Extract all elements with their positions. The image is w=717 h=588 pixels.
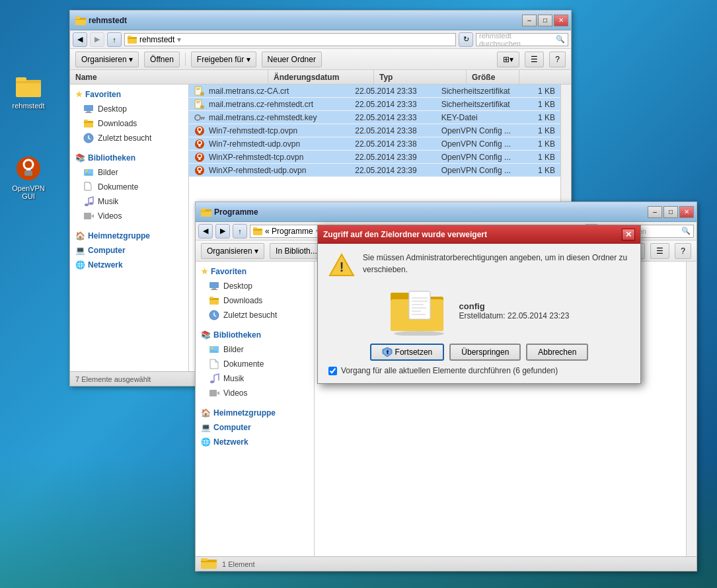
close-button-2[interactable]: ✕ — [679, 206, 694, 218]
sidebar-item-music-2[interactable]: Musik — [196, 371, 314, 386]
svg-point-21 — [85, 170, 88, 172]
help-button-2[interactable]: ? — [675, 243, 691, 259]
sidebar-item-videos-2[interactable]: Videos — [196, 386, 314, 400]
close-button-1[interactable]: ✕ — [554, 15, 568, 26]
up-button-1[interactable]: ↑ — [107, 32, 122, 47]
file-row[interactable]: WinXP-rehmstedt-tcp.ovpn 22.05.2014 23:3… — [189, 151, 560, 164]
sidebar-section-computer-2[interactable]: 💻 Computer — [196, 420, 314, 435]
sidebar-item-recent-1[interactable]: Zuletzt besucht — [70, 131, 188, 145]
music-icon-small — [83, 196, 94, 207]
up-button-2[interactable]: ↑ — [233, 224, 247, 239]
file-name-cell: mail.metrans.cz-rehmstedt.crt — [192, 99, 352, 110]
file-row[interactable]: mail.metrans.cz-CA.crt 22.05.2014 23:33 … — [189, 85, 560, 98]
new-folder-button-1[interactable]: Neuer Ordner — [262, 52, 322, 67]
organise-button-1[interactable]: Organisieren ▾ — [75, 52, 139, 67]
minimize-button-2[interactable]: – — [648, 206, 662, 218]
sidebar-item-desktop-1[interactable]: Desktop — [70, 102, 188, 116]
inbib-button-2[interactable]: In Biblioth... — [270, 243, 323, 259]
sidebar-section-network-2[interactable]: 🌐 Netzwerk — [196, 435, 314, 449]
refresh-button-1[interactable]: ↻ — [459, 32, 473, 47]
svg-rect-45 — [199, 144, 201, 147]
breadcrumb-folder-icon — [128, 36, 137, 44]
col-date-1[interactable]: Änderungsdatum — [268, 70, 374, 84]
svg-rect-59 — [212, 288, 216, 289]
forward-button-2[interactable]: ▶ — [215, 224, 230, 239]
file-row[interactable]: mail.metrans.cz-rehmstedt.key 22.05.2014… — [189, 111, 560, 124]
checkbox-label[interactable]: Vorgang für alle aktuellen Elemente durc… — [341, 366, 558, 375]
details-button-1[interactable]: ☰ — [525, 52, 544, 67]
file-row[interactable]: Win7-rehmstedt-tcp.ovpn 22.05.2014 23:38… — [189, 124, 560, 137]
col-name-1[interactable]: Name — [70, 70, 268, 84]
sidebar-section-favoriten-2[interactable]: ★ Favoriten — [196, 264, 314, 279]
folder-title-icon-2 — [201, 207, 211, 217]
title-bar-buttons-1: – □ ✕ — [522, 15, 568, 26]
share-button-1[interactable]: Freigeben für ▾ — [191, 52, 256, 67]
status-text-1: 7 Elemente ausgewählt — [75, 375, 151, 383]
file-size-cell: 1 KB — [514, 126, 558, 135]
maximize-button-1[interactable]: □ — [538, 15, 552, 26]
title-bar-2: Programme – □ ✕ — [196, 202, 697, 222]
svg-text:!: ! — [340, 260, 344, 274]
toolbar-sep-1 — [185, 53, 186, 66]
svg-marker-27 — [91, 214, 94, 218]
sidebar-item-music-1[interactable]: Musik — [70, 194, 188, 209]
desktop-icon-rehmstedt[interactable]: rehmstedt — [5, 73, 52, 110]
search-box-1[interactable]: rehmstedt durchsuchen 🔍 — [476, 33, 568, 46]
sidebar-item-videos-1[interactable]: Videos — [70, 209, 188, 223]
sidebar-section-heim-1[interactable]: 🏠 Heimnetzgruppe — [70, 229, 188, 243]
sidebar-section-heim-2[interactable]: 🏠 Heimnetzgruppe — [196, 406, 314, 420]
file-size-cell: 1 KB — [514, 113, 558, 122]
svg-rect-14 — [87, 111, 91, 112]
fortsetzen-button[interactable]: ⬆ Fortsetzen — [370, 344, 445, 361]
recent-icon-small — [83, 133, 94, 143]
abbrechen-button[interactable]: Abbrechen — [526, 344, 588, 361]
file-type-cell: KEY-Datei — [439, 113, 514, 122]
col-size-1[interactable]: Größe — [467, 70, 519, 84]
all-items-checkbox[interactable] — [328, 367, 337, 375]
desktop-icon-openvpn[interactable]: OpenVPN GUI — [5, 155, 52, 200]
sidebar-section-favoriten-1[interactable]: ★ Favoriten — [70, 87, 188, 102]
file-row[interactable]: Win7-rehmstedt-udp.ovpn 22.05.2014 23:38… — [189, 137, 560, 151]
organise-button-2[interactable]: Organisieren ▾ — [201, 243, 264, 259]
file-name-cell: WinXP-rehmstedt-udp.ovpn — [192, 165, 352, 176]
sidebar-item-desktop-2[interactable]: Desktop — [196, 279, 314, 293]
sidebar-section-computer-1[interactable]: 💻 Computer — [70, 243, 188, 258]
sidebar-section-network-1[interactable]: 🌐 Netzwerk — [70, 258, 188, 272]
open-button-1[interactable]: Öffnen — [144, 52, 180, 67]
address-text-1: rehmstedt — [139, 35, 174, 44]
sidebar-item-downloads-2[interactable]: Downloads — [196, 293, 314, 308]
file-date-cell: 22.05.2014 23:38 — [352, 139, 438, 149]
star-icon-1: ★ — [75, 90, 83, 99]
view-button-1[interactable]: ⊞▾ — [497, 52, 519, 67]
uberspringen-button[interactable]: Überspringen — [449, 344, 521, 361]
sidebar-item-downloads-1[interactable]: Downloads — [70, 116, 188, 131]
forward-button-1[interactable]: ▶ — [90, 32, 104, 47]
svg-rect-69 — [209, 390, 217, 396]
sidebar-item-bilder-2[interactable]: Bilder — [196, 342, 314, 357]
help-button-1[interactable]: ? — [549, 52, 566, 67]
svg-rect-12 — [128, 36, 132, 38]
sidebar-item-bilder-1[interactable]: Bilder — [70, 165, 188, 180]
downloads-icon-small — [83, 118, 94, 129]
sidebar-section-bib-1[interactable]: 📚 Bibliotheken — [70, 151, 188, 165]
scrollbar-2[interactable] — [686, 262, 697, 556]
minimize-button-1[interactable]: – — [522, 15, 537, 26]
file-row[interactable]: mail.metrans.cz-rehmstedt.crt 22.05.2014… — [189, 98, 560, 111]
file-row[interactable]: WinXP-rehmstedt-udp.ovpn 22.05.2014 23:3… — [189, 164, 560, 177]
dialog-close-button[interactable]: ✕ — [622, 229, 635, 240]
back-button-2[interactable]: ◀ — [198, 224, 213, 239]
maximize-button-2[interactable]: □ — [663, 206, 678, 218]
sidebar-item-docs-2[interactable]: Dokumente — [196, 357, 314, 371]
col-type-1[interactable]: Typ — [374, 70, 467, 84]
sidebar-item-docs-1[interactable]: Dokumente — [70, 180, 188, 194]
svg-rect-15 — [85, 112, 92, 113]
col-headers-1: Name Änderungsdatum Typ Größe — [70, 70, 571, 85]
sidebar-item-recent-2[interactable]: Zuletzt besucht — [196, 308, 314, 322]
svg-rect-38 — [203, 118, 204, 120]
address-input-1[interactable]: rehmstedt ▾ — [124, 33, 456, 46]
music-icon-small-2 — [209, 373, 219, 384]
details-button-2[interactable]: ☰ — [650, 243, 669, 259]
sidebar-section-bib-2[interactable]: 📚 Bibliotheken — [196, 328, 314, 342]
svg-rect-57 — [253, 227, 257, 229]
back-button-1[interactable]: ◀ — [73, 32, 87, 47]
